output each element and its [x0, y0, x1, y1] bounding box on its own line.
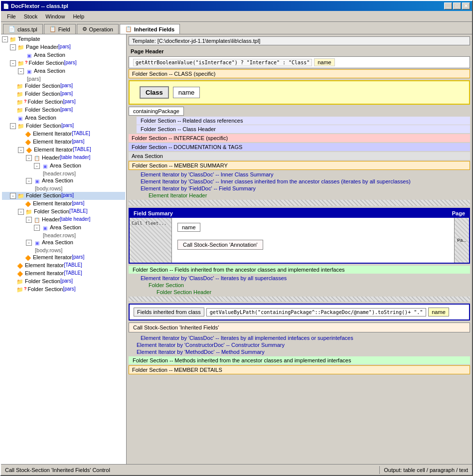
menu-stock[interactable]: Stock — [20, 12, 42, 20]
tree-item-header-1[interactable]: - 📋 Header [table header] — [2, 154, 125, 162]
tab-class-tpl[interactable]: 📄 class.tpl — [3, 24, 43, 34]
expand-folder-class[interactable]: - — [10, 60, 16, 66]
folder-last-2-icon: 📁 — [16, 286, 24, 293]
tab-field[interactable]: 📋 Field — [44, 24, 76, 34]
tree-panel[interactable]: - 📁 Template - 📁 Page Header [pars] ▣ Ar… — [1, 34, 127, 464]
window-controls: _ □ ✕ — [444, 2, 470, 9]
hatched-separator-1 — [129, 200, 470, 206]
menu-file[interactable]: File — [3, 12, 20, 20]
menu-help[interactable]: Help — [69, 12, 88, 20]
area-icon-2: ▣ — [25, 68, 33, 75]
expand-area-header-2[interactable]: - — [34, 225, 40, 231]
tree-item-elem-iter-inherited[interactable]: 🔶 Element Iterator [pars] — [2, 200, 125, 208]
tab-operation[interactable]: ⚙ Operation — [77, 24, 119, 34]
tree-item-area-body-2[interactable]: - ▣ Area Section — [2, 239, 125, 247]
tree-item-elem-iter-1[interactable]: 🔶 Element Iterator [TABLE] — [2, 130, 125, 138]
tree-item-area-2[interactable]: - ▣ Area Section — [2, 67, 125, 75]
expand-area-body-2[interactable]: - — [26, 240, 32, 246]
hatched-separator-2 — [129, 297, 470, 302]
elem-iter-end-icon: 🔶 — [24, 254, 32, 261]
tree-item-header-2[interactable]: - 📋 Header [table header] — [2, 216, 125, 224]
tree-item-page-header[interactable]: - 📁 Page Header [pars] — [2, 43, 125, 51]
field-summary-right-pa: Pa... — [454, 218, 469, 263]
folder-inh-table-icon: 📁 — [25, 208, 33, 215]
folder-doc-tags: Folder Section -- DOCUMENTATION & TAGS — [129, 143, 470, 151]
tree-item-folder-inh-table[interactable]: - 📁 Folder Section [TABLE] — [2, 208, 125, 216]
folder-inherited-icon: 📁 — [17, 192, 25, 199]
page-header-content: getAttrBooleanValue("isInterface") ? "In… — [129, 56, 470, 68]
expand-folder-inherited[interactable]: - — [10, 193, 16, 199]
tree-item-folder-last-2[interactable]: 📁 ? Folder Section [pars] — [2, 286, 125, 294]
folder-methods-inherited: Folder Section -- Methods inherited from… — [129, 356, 470, 364]
tree-item-elem-iter-3[interactable]: - 🔶 Element Iterator [TABLE] — [2, 146, 125, 154]
tree-item-elem-iter-end[interactable]: 🔶 Element Iterator [pars] — [2, 254, 125, 262]
folder-section-sub-label: Folder Section — [129, 282, 470, 289]
expand-header-1[interactable]: - — [26, 155, 32, 161]
tree-item-folder-class[interactable]: - 📁 ? Folder Section [pars] — [2, 59, 125, 67]
tree-item-pars-1[interactable]: [pars] — [2, 75, 125, 82]
tree-item-folder-4[interactable]: 📁 ? Folder Section [pars] — [2, 98, 125, 106]
get-value-path: getValueByLPath("containingPackage^::Pac… — [206, 308, 426, 317]
tree-item-area-header-2[interactable]: - ▣ Area Section — [2, 224, 125, 232]
tree-item-area-1[interactable]: ▣ Area Section — [2, 51, 125, 59]
expand-header-2[interactable]: - — [26, 217, 32, 223]
tree-item-folder-5[interactable]: 📁 Folder Section [pars] — [2, 106, 125, 114]
call-stock-annotation: Call Stock-Section 'Annotation' — [177, 240, 263, 250]
containing-package-box: containingPackage — [129, 107, 184, 116]
tree-item-folder-member-summary[interactable]: - 📁 Folder Section [pars] — [2, 122, 125, 130]
expand-template[interactable]: - — [2, 36, 8, 42]
menu-window[interactable]: Window — [41, 12, 69, 20]
minimize-button[interactable]: _ — [444, 2, 452, 9]
expand-area-header-1[interactable]: - — [34, 163, 40, 169]
name-box: name — [177, 223, 200, 232]
tree-item-folder-last-1[interactable]: 📁 Folder Section [pars] — [2, 278, 125, 286]
expand-elem-iter-3[interactable]: - — [18, 147, 24, 153]
field-summary-header: Field Summary Page — [130, 209, 469, 218]
status-right: Output: table cell / paragraph / text — [380, 466, 472, 474]
expand-page-header[interactable]: - — [10, 44, 16, 50]
folder-interface: Folder Section -- INTERFACE (specific) — [129, 134, 470, 142]
elem-iter-table-1-icon: 🔶 — [16, 262, 24, 269]
tree-item-elem-iter-table-2[interactable]: 🔶 Element Iterator [TABLE] — [2, 270, 125, 278]
containing-package-row: containingPackage — [129, 107, 470, 116]
page-header-folder-icon: 📁 — [17, 44, 25, 51]
tree-item-area-3[interactable]: ▣ Area Section — [2, 114, 125, 122]
field-left-hatched: Call fleet... — [130, 218, 172, 263]
maximize-button[interactable]: □ — [453, 2, 461, 9]
tab-class-tpl-icon: 📄 — [8, 26, 15, 32]
call-stock-inherited: Call Stock-Section 'Inherited Fields' — [129, 322, 470, 332]
tree-item-elem-iter-2[interactable]: 🔶 Element Iterator [pars] — [2, 138, 125, 146]
tree-item-header-rows-1[interactable]: [header.rows] — [2, 170, 125, 177]
tree-item-folder-2[interactable]: 📁 Folder Section [pars] — [2, 82, 125, 90]
elem-iter-method: Element Iterator by 'MethodDoc' -- Metho… — [129, 348, 470, 355]
call-fleet-label: Call fleet... — [132, 221, 166, 226]
tree-item-body-rows-1[interactable]: [body.rows] — [2, 185, 125, 192]
expand-member-summary[interactable]: - — [10, 123, 16, 129]
folder-fields-inherited: Folder Section -- Fields inherited from … — [129, 266, 470, 274]
elem-iter-constructor: Element Iterator by 'ConstructorDoc' -- … — [129, 341, 470, 348]
tree-item-area-body-1[interactable]: - ▣ Area Section — [2, 177, 125, 185]
tree-item-template[interactable]: - 📁 Template — [2, 35, 125, 43]
tab-inherited-fields-label: Inherited Fields — [134, 26, 174, 32]
elem-iter-1-icon: 🔶 — [24, 131, 32, 138]
tree-item-area-in-header-1[interactable]: - ▣ Area Section — [2, 162, 125, 170]
tree-item-body-rows-2[interactable]: [body.rows] — [2, 247, 125, 254]
expand-area-body-1[interactable]: - — [26, 178, 32, 184]
template-path: Template: [C:\docflextor-jd-1.1\template… — [129, 36, 470, 45]
area-section-label: Area Section — [129, 152, 470, 160]
expand-area-2[interactable]: - — [18, 68, 24, 74]
tree-item-elem-iter-table-1[interactable]: 🔶 Element Iterator [TABLE] — [2, 262, 125, 270]
expand-folder-inh-table[interactable]: - — [18, 209, 24, 215]
tree-item-header-rows-2[interactable]: [header.rows] — [2, 232, 125, 239]
statusbar: Call Stock-Section 'Inherited Fields' Co… — [1, 464, 472, 475]
folder-5-icon: 📁 — [16, 107, 24, 114]
folder-2-icon: 📁 — [16, 83, 24, 90]
tab-field-label: Field — [58, 26, 70, 32]
close-button[interactable]: ✕ — [462, 2, 470, 9]
tree-item-folder-inherited[interactable]: - 📁 Folder Section [pars] — [2, 192, 125, 200]
area-icon-3: ▣ — [16, 115, 24, 122]
elem-iter-row-3: Element Iterator by 'FieldDoc' -- Field … — [129, 185, 470, 192]
tab-inherited-fields[interactable]: 📋 Inherited Fields — [120, 24, 180, 34]
tree-item-folder-3[interactable]: 📁 Folder Section [pars] — [2, 90, 125, 98]
area-body-1-icon: ▣ — [33, 177, 41, 184]
